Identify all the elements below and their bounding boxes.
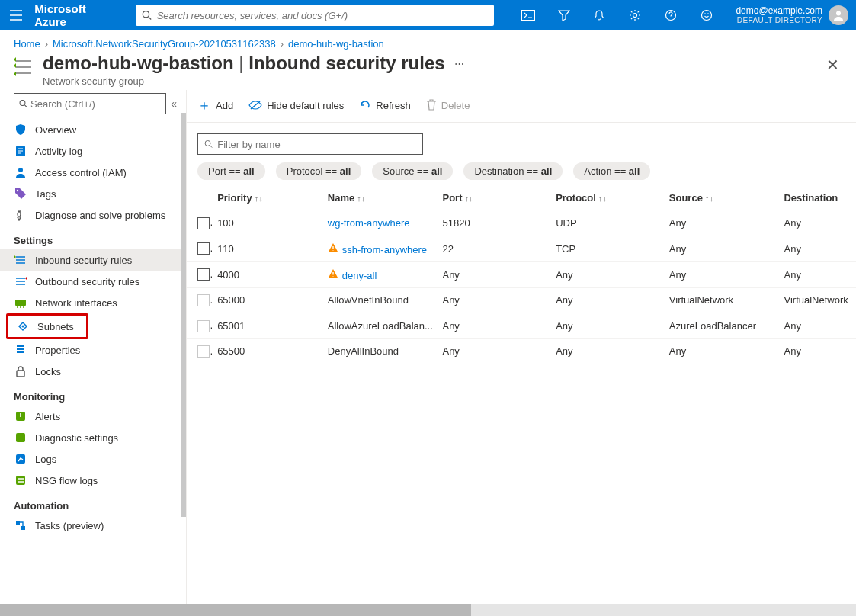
col-priority[interactable]: Priority↑↓ (213, 186, 323, 210)
sidebar-item-label: Diagnostic settings (35, 432, 118, 444)
sidebar: « OverviewActivity logAccess control (IA… (0, 90, 187, 616)
window-horizontal-scrollbar[interactable] (0, 604, 856, 616)
table-row[interactable]: 110 ssh-from-anywhere 22 TCP Any Any (187, 236, 856, 261)
svg-point-0 (143, 11, 149, 18)
col-source[interactable]: Source↑↓ (665, 186, 780, 210)
sidebar-item-alerts[interactable]: Alerts (0, 406, 186, 427)
breadcrumb-group[interactable]: Microsoft.NetworkSecurityGroup-202105311… (53, 38, 276, 50)
filter-pill-destination[interactable]: Destination == all (463, 162, 563, 180)
notifications-button[interactable] (587, 2, 612, 28)
global-search-input[interactable] (157, 10, 489, 21)
avatar-icon (829, 5, 848, 25)
sidebar-search[interactable] (14, 93, 166, 114)
col-protocol[interactable]: Protocol↑↓ (551, 186, 665, 210)
sidebar-scrollbar[interactable] (181, 113, 186, 517)
alert-icon (14, 410, 27, 422)
row-checkbox[interactable] (197, 242, 210, 255)
sidebar-item-nsg-flow-logs[interactable]: NSG flow logs (0, 470, 186, 491)
page-subtitle: Network security group (43, 75, 464, 87)
table-row[interactable]: 4000 deny-all Any Any Any Any (187, 261, 856, 287)
table-row[interactable]: 65001 AllowAzureLoadBalan... Any Any Azu… (187, 313, 856, 339)
add-button[interactable]: ＋Add (197, 96, 233, 114)
account-email: demo@example.com (736, 5, 822, 16)
warning-icon (328, 268, 338, 279)
inbound-icon (14, 254, 27, 266)
props-icon (14, 344, 27, 356)
sidebar-item-label: Inbound security rules (35, 255, 132, 266)
sidebar-item-label: Outbound security rules (35, 276, 139, 287)
feedback-button[interactable] (694, 2, 720, 28)
sidebar-item-tags[interactable]: Tags (0, 183, 186, 204)
lock-icon (14, 365, 27, 377)
sidebar-item-overview[interactable]: Overview (0, 119, 186, 140)
filter-pill-action[interactable]: Action == all (573, 162, 650, 180)
sidebar-item-properties[interactable]: Properties (0, 339, 186, 361)
flow-icon (14, 474, 27, 486)
rule-name-link[interactable]: wg-from-anywhere (323, 210, 438, 236)
hamburger-menu[interactable] (8, 7, 24, 24)
col-port[interactable]: Port↑↓ (438, 186, 551, 210)
cell-source: VirtualNetwork (665, 287, 780, 313)
cloud-shell-button[interactable] (515, 2, 540, 28)
cell-port: Any (438, 313, 551, 339)
help-icon (665, 9, 677, 21)
table-row[interactable]: 100 wg-from-anywhere 51820 UDP Any Any (187, 210, 856, 236)
more-actions-button[interactable]: ⋯ (454, 58, 464, 69)
sidebar-item-label: Tags (35, 188, 56, 200)
gear-icon (629, 9, 641, 21)
collapse-sidebar-button[interactable]: « (171, 98, 177, 110)
filter-name-input[interactable] (217, 139, 416, 150)
table-row[interactable]: 65500 DenyAllInBound Any Any Any Any (187, 338, 856, 364)
sidebar-item-tasks-preview-[interactable]: Tasks (preview) (0, 515, 186, 536)
feedback-icon (701, 9, 713, 21)
sidebar-search-input[interactable] (30, 98, 161, 110)
refresh-button[interactable]: Refresh (359, 99, 411, 111)
sidebar-item-inbound-security-rules[interactable]: Inbound security rules (0, 249, 186, 271)
filter-pill-protocol[interactable]: Protocol == all (276, 162, 362, 180)
col-destination[interactable]: Destination (779, 186, 856, 210)
account-button[interactable]: demo@example.com DEFAULT DIRECTORY (736, 5, 848, 25)
cell-port: Any (438, 338, 551, 364)
row-checkbox[interactable] (197, 217, 210, 229)
sidebar-item-outbound-security-rules[interactable]: Outbound security rules (0, 271, 186, 292)
outbound-icon (14, 275, 27, 287)
cell-port: 22 (438, 236, 551, 261)
sidebar-item-logs[interactable]: Logs (0, 448, 186, 470)
sidebar-item-diagnostic-settings[interactable]: Diagnostic settings (0, 427, 186, 448)
hide-default-rules-button[interactable]: Hide default rules (248, 100, 344, 111)
svg-rect-14 (17, 371, 24, 377)
brand-label[interactable]: Microsoft Azure (34, 2, 117, 28)
global-search[interactable] (136, 5, 494, 26)
sidebar-item-subnets[interactable]: Subnets (8, 316, 86, 337)
svg-point-13 (22, 326, 24, 328)
table-row[interactable]: 65000 AllowVnetInBound Any Any VirtualNe… (187, 287, 856, 313)
rule-name-link[interactable]: deny-all (323, 261, 438, 287)
sidebar-item-diagnose-and-solve-problems[interactable]: Diagnose and solve problems (0, 204, 186, 226)
bell-icon (593, 9, 605, 21)
filter-pill-port[interactable]: Port == all (197, 162, 265, 180)
breadcrumb-home[interactable]: Home (14, 38, 40, 50)
help-button[interactable] (659, 2, 684, 28)
col-name[interactable]: Name↑↓ (323, 186, 438, 210)
sidebar-item-label: Alerts (35, 411, 60, 422)
sort-icon: ↑↓ (705, 194, 713, 203)
close-button[interactable]: ✕ (826, 53, 842, 74)
row-checkbox (197, 345, 210, 358)
settings-button[interactable] (623, 2, 648, 28)
directory-filter-button[interactable] (551, 2, 576, 28)
sort-icon: ↑↓ (464, 194, 473, 203)
filter-pills: Port == allProtocol == allSource == allD… (197, 162, 856, 180)
filter-pill-source[interactable]: Source == all (372, 162, 453, 180)
delete-button: Delete (426, 99, 470, 111)
breadcrumb-resource[interactable]: demo-hub-wg-bastion (288, 38, 384, 50)
cell-source: AzureLoadBalancer (665, 313, 780, 339)
filter-name[interactable] (197, 133, 423, 155)
svg-rect-12 (15, 300, 26, 306)
sidebar-item-network-interfaces[interactable]: Network interfaces (0, 292, 186, 313)
rule-name-link[interactable]: ssh-from-anywhere (323, 236, 438, 261)
sidebar-item-access-control-iam-[interactable]: Access control (IAM) (0, 162, 186, 183)
sidebar-item-activity-log[interactable]: Activity log (0, 140, 186, 162)
sidebar-item-locks[interactable]: Locks (0, 361, 186, 382)
cloud-shell-icon (521, 10, 535, 21)
row-checkbox[interactable] (197, 268, 210, 281)
